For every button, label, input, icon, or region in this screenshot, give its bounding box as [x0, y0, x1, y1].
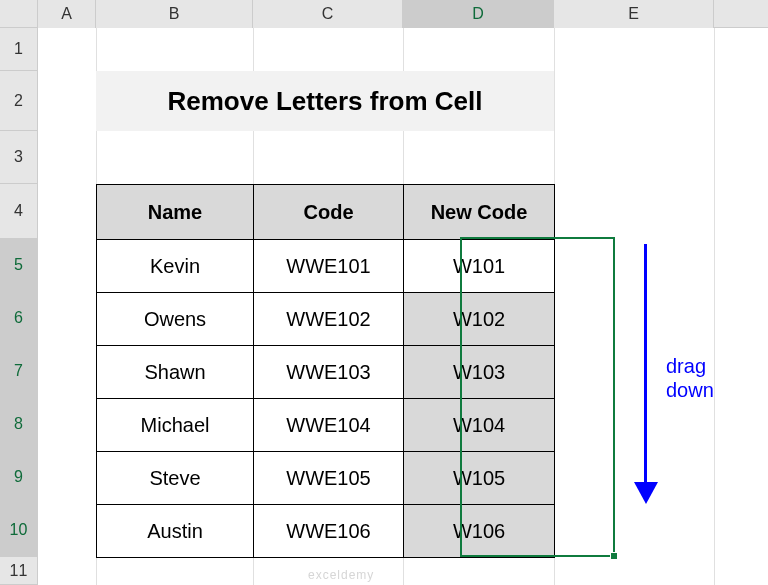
- table-row: OwensWWE102W102: [97, 293, 555, 346]
- table-row: MichaelWWE104W104: [97, 399, 555, 452]
- cell-newcode[interactable]: W102: [404, 293, 555, 346]
- cell-name[interactable]: Michael: [97, 399, 254, 452]
- cell-code[interactable]: WWE101: [254, 240, 404, 293]
- row-header-8[interactable]: 8: [0, 398, 38, 451]
- watermark: exceldemy: [308, 568, 374, 582]
- row-headers-column: 1234567891011: [0, 28, 38, 585]
- row-header-5[interactable]: 5: [0, 239, 38, 292]
- row-header-4[interactable]: 4: [0, 184, 38, 239]
- row-header-9[interactable]: 9: [0, 451, 38, 504]
- table-row: ShawnWWE103W103: [97, 346, 555, 399]
- row-header-10[interactable]: 10: [0, 504, 38, 557]
- table-header-row: Name Code New Code: [97, 185, 555, 240]
- fill-handle[interactable]: [610, 552, 618, 560]
- column-header-B[interactable]: B: [96, 0, 253, 28]
- table-row: SteveWWE105W105: [97, 452, 555, 505]
- cells-area[interactable]: Remove Letters from Cell Name Code New C…: [38, 28, 768, 585]
- row-header-1[interactable]: 1: [0, 28, 38, 71]
- cell-newcode[interactable]: W104: [404, 399, 555, 452]
- cell-name[interactable]: Owens: [97, 293, 254, 346]
- cell-name[interactable]: Kevin: [97, 240, 254, 293]
- row-header-3[interactable]: 3: [0, 131, 38, 184]
- column-header-E[interactable]: E: [554, 0, 714, 28]
- drag-label: drag down: [666, 354, 714, 402]
- table-row: AustinWWE106W106: [97, 505, 555, 558]
- column-headers-row: ABCDE: [0, 0, 768, 28]
- cell-code[interactable]: WWE106: [254, 505, 404, 558]
- arrow-down-icon: [634, 482, 658, 504]
- spreadsheet: ABCDE 1234567891011 Remove Letters from …: [0, 0, 768, 585]
- data-table: Name Code New Code KevinWWE101W101OwensW…: [96, 184, 555, 558]
- cell-newcode[interactable]: W103: [404, 346, 555, 399]
- cell-newcode[interactable]: W106: [404, 505, 555, 558]
- cell-code[interactable]: WWE102: [254, 293, 404, 346]
- cell-code[interactable]: WWE104: [254, 399, 404, 452]
- column-header-A[interactable]: A: [38, 0, 96, 28]
- table-row: KevinWWE101W101: [97, 240, 555, 293]
- row-header-2[interactable]: 2: [0, 71, 38, 131]
- row-header-11[interactable]: 11: [0, 557, 38, 585]
- gridline: [714, 28, 715, 585]
- select-all-corner[interactable]: [0, 0, 38, 28]
- title-cell[interactable]: Remove Letters from Cell: [96, 71, 554, 131]
- cell-name[interactable]: Austin: [97, 505, 254, 558]
- header-name[interactable]: Name: [97, 185, 254, 240]
- cell-newcode[interactable]: W101: [404, 240, 555, 293]
- cell-code[interactable]: WWE105: [254, 452, 404, 505]
- header-newcode[interactable]: New Code: [404, 185, 555, 240]
- header-code[interactable]: Code: [254, 185, 404, 240]
- column-header-D[interactable]: D: [403, 0, 554, 28]
- row-header-6[interactable]: 6: [0, 292, 38, 345]
- cell-code[interactable]: WWE103: [254, 346, 404, 399]
- cell-name[interactable]: Steve: [97, 452, 254, 505]
- column-header-C[interactable]: C: [253, 0, 403, 28]
- arrow-line: [644, 244, 647, 484]
- drag-annotation: drag down: [626, 244, 746, 564]
- row-header-7[interactable]: 7: [0, 345, 38, 398]
- cell-newcode[interactable]: W105: [404, 452, 555, 505]
- cell-name[interactable]: Shawn: [97, 346, 254, 399]
